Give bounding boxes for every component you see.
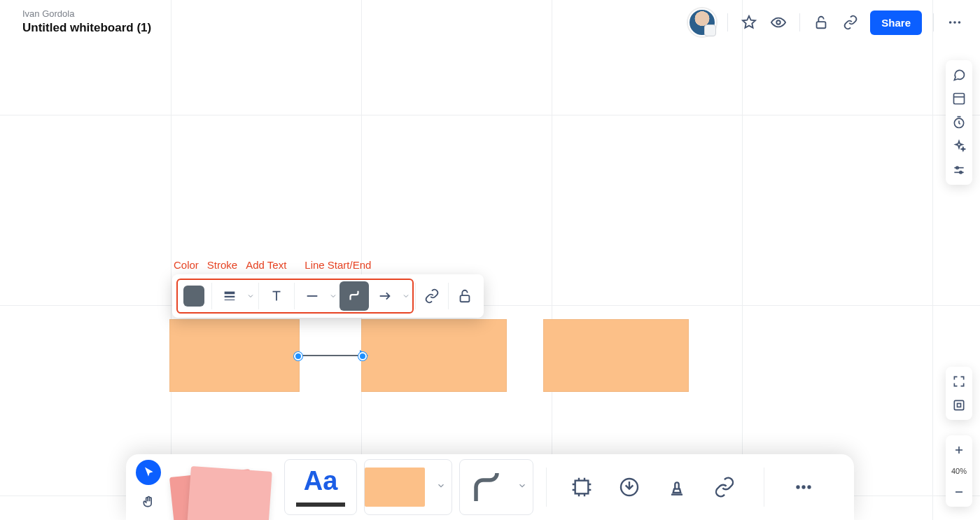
- annotation-color: Color: [174, 259, 199, 271]
- svg-point-28: [807, 485, 811, 489]
- annotation-add-text: Add Text: [246, 259, 286, 271]
- layout-icon[interactable]: [948, 88, 969, 109]
- share-button[interactable]: Share: [870, 10, 922, 35]
- timer-icon[interactable]: [948, 112, 969, 133]
- svg-rect-13: [958, 404, 961, 407]
- line-end-arrow-button[interactable]: [370, 281, 400, 311]
- context-toolbar: [172, 274, 484, 318]
- zoom-in-icon[interactable]: [948, 440, 969, 461]
- text-tool[interactable]: Aa: [284, 459, 357, 515]
- side-panel-zoom: 40%: [946, 435, 972, 507]
- shape-rect[interactable]: [543, 319, 689, 392]
- hand-mode-button[interactable]: [136, 489, 161, 514]
- user-avatar[interactable]: [688, 8, 716, 36]
- more-icon[interactable]: [945, 13, 965, 32]
- svg-rect-12: [954, 400, 963, 409]
- annotation-stroke: Stroke: [207, 259, 237, 271]
- attach-link-button[interactable]: [417, 281, 447, 311]
- shape-tool[interactable]: [364, 459, 452, 515]
- bottom-dock: Aa: [126, 454, 854, 520]
- side-panel-fit: [946, 367, 972, 420]
- annotation-line-se: Line Start/End: [304, 259, 371, 271]
- chevron-down-icon[interactable]: [328, 292, 338, 300]
- connector-line[interactable]: [294, 352, 367, 359]
- chevron-down-icon[interactable]: [436, 481, 446, 493]
- stroke-width-button[interactable]: [215, 281, 244, 311]
- connector-handle-end[interactable]: [358, 352, 367, 360]
- zoom-out-icon[interactable]: [948, 482, 969, 503]
- svg-point-27: [802, 485, 805, 489]
- connector-tool[interactable]: [459, 459, 533, 515]
- link-icon[interactable]: [841, 13, 860, 32]
- embed-tool-icon[interactable]: [615, 473, 643, 501]
- lock-element-button[interactable]: [450, 281, 479, 311]
- sticky-note-tool[interactable]: [172, 466, 277, 520]
- chevron-down-icon[interactable]: [517, 481, 527, 493]
- stamp-tool-icon[interactable]: [663, 473, 691, 501]
- sliders-icon[interactable]: [948, 160, 969, 181]
- shape-rect[interactable]: [361, 319, 507, 392]
- chevron-down-icon[interactable]: [246, 292, 255, 300]
- svg-point-3: [953, 21, 956, 24]
- svg-rect-1: [817, 22, 826, 28]
- shape-rect[interactable]: [169, 319, 300, 392]
- separator: [933, 13, 934, 31]
- separator: [799, 13, 800, 31]
- separator: [727, 13, 728, 31]
- lock-icon[interactable]: [811, 13, 831, 32]
- svg-rect-23: [575, 481, 589, 494]
- shape-preview: [365, 468, 425, 507]
- more-tools-icon[interactable]: [790, 473, 818, 501]
- line-route-button[interactable]: [340, 281, 369, 311]
- svg-point-0: [777, 20, 781, 24]
- side-panel-tools: [946, 60, 972, 185]
- board-title[interactable]: Untitled whiteboard (1): [22, 21, 151, 35]
- color-swatch[interactable]: [179, 281, 209, 311]
- chevron-down-icon[interactable]: [401, 292, 411, 300]
- comments-icon[interactable]: [948, 64, 969, 85]
- link-tool-icon[interactable]: [710, 473, 738, 501]
- connector-handle-start[interactable]: [294, 352, 302, 360]
- fit-screen-icon[interactable]: [948, 371, 969, 392]
- frame-tool-icon[interactable]: [568, 473, 596, 501]
- pointer-mode-button[interactable]: [136, 460, 161, 485]
- eye-icon[interactable]: [769, 13, 788, 32]
- star-icon[interactable]: [739, 13, 759, 32]
- context-toolbar-annotations: Color Stroke Add Text Line Start/End: [174, 259, 371, 271]
- whiteboard-canvas[interactable]: [0, 0, 980, 520]
- fit-selection-icon[interactable]: [948, 395, 969, 416]
- svg-rect-22: [461, 295, 470, 302]
- svg-point-4: [958, 21, 961, 24]
- svg-rect-5: [954, 94, 965, 104]
- board-owner: Ivan Gordola: [22, 8, 151, 19]
- add-text-button[interactable]: [262, 281, 291, 311]
- line-style-button[interactable]: [298, 281, 327, 311]
- sparkle-icon[interactable]: [948, 136, 969, 157]
- svg-point-26: [796, 485, 799, 489]
- text-tool-label: Aa: [304, 468, 338, 494]
- zoom-level[interactable]: 40%: [948, 463, 969, 479]
- svg-point-2: [949, 21, 952, 24]
